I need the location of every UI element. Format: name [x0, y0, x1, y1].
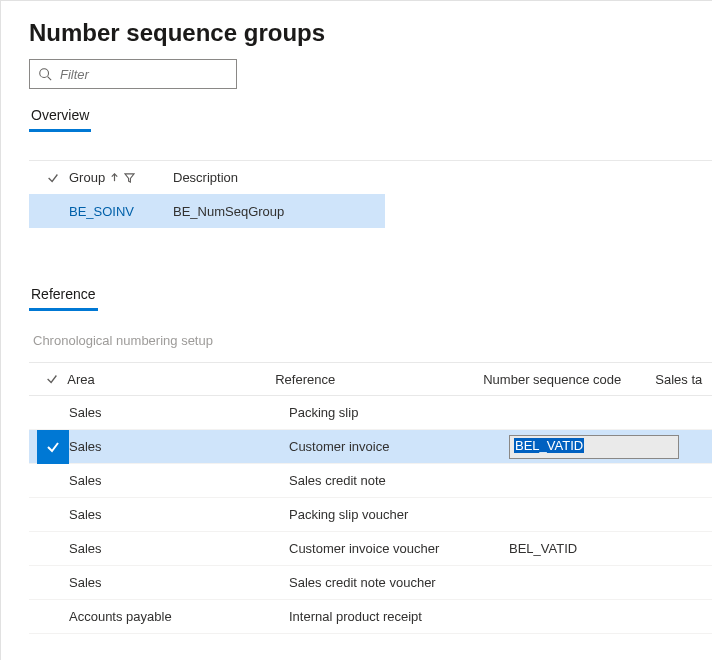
cell-area: Sales — [69, 473, 289, 488]
column-header-number-sequence-code[interactable]: Number sequence code — [483, 372, 655, 387]
column-header-reference[interactable]: Reference — [275, 372, 483, 387]
overview-row-group: BE_SOINV — [69, 204, 173, 219]
column-header-sales-tax[interactable]: Sales ta — [655, 372, 712, 387]
cell-reference: Sales credit note voucher — [289, 575, 509, 590]
cell-reference: Customer invoice voucher — [289, 541, 509, 556]
svg-line-1 — [48, 77, 52, 81]
page-root: Number sequence groups Overview Group — [0, 0, 712, 660]
filter-input[interactable] — [58, 66, 228, 83]
reference-select-all[interactable] — [37, 372, 67, 386]
cell-area: Sales — [69, 405, 289, 420]
reference-subsection-title: Chronological numbering setup — [33, 333, 712, 348]
cell-number-sequence-code: BEL_VATID — [509, 541, 691, 556]
table-row[interactable]: SalesPacking slip voucher — [29, 498, 712, 532]
table-row[interactable]: SalesSales credit note — [29, 464, 712, 498]
cell-reference: Internal product receipt — [289, 609, 509, 624]
cell-area: Sales — [69, 439, 289, 454]
tab-overview[interactable]: Overview — [29, 103, 91, 132]
column-header-area[interactable]: Area — [67, 372, 275, 387]
table-row[interactable]: SalesCustomer invoiceBEL_VATID — [29, 430, 712, 464]
overview-row-description: BE_NumSeqGroup — [173, 204, 284, 219]
table-row[interactable]: SalesCustomer invoice voucherBEL_VATID — [29, 532, 712, 566]
cell-reference: Customer invoice — [289, 439, 509, 454]
cell-reference: Packing slip voucher — [289, 507, 509, 522]
cell-area: Sales — [69, 507, 289, 522]
svg-point-0 — [40, 69, 49, 78]
cell-reference: Sales credit note — [289, 473, 509, 488]
column-header-group-label: Group — [69, 170, 105, 185]
column-header-description-label: Description — [173, 170, 238, 185]
tab-reference[interactable]: Reference — [29, 282, 98, 311]
reference-rows-container: SalesPacking slipSalesCustomer invoiceBE… — [29, 396, 712, 634]
svg-marker-3 — [125, 174, 134, 182]
reference-grid-header: Area Reference Number sequence code Sale… — [29, 362, 712, 396]
overview-grid-header: Group Description — [29, 160, 712, 194]
filter-icon[interactable] — [124, 172, 135, 183]
row-checkbox[interactable] — [37, 430, 69, 464]
page-title: Number sequence groups — [29, 19, 712, 47]
search-icon — [38, 67, 52, 81]
column-header-description[interactable]: Description — [173, 170, 373, 185]
cell-area: Accounts payable — [69, 609, 289, 624]
table-row[interactable]: SalesPacking slip — [29, 396, 712, 430]
cell-number-sequence-code[interactable]: BEL_VATID — [509, 435, 691, 459]
filter-box[interactable] — [29, 59, 237, 89]
number-sequence-code-input[interactable]: BEL_VATID — [509, 435, 679, 459]
table-row[interactable]: SalesSales credit note voucher — [29, 566, 712, 600]
overview-row[interactable]: BE_SOINV BE_NumSeqGroup — [29, 194, 385, 228]
cell-reference: Packing slip — [289, 405, 509, 420]
select-all-checkbox[interactable] — [37, 171, 69, 185]
column-header-group[interactable]: Group — [69, 170, 173, 185]
sort-asc-icon — [109, 172, 120, 183]
cell-area: Sales — [69, 575, 289, 590]
table-row[interactable]: Accounts payableInternal product receipt — [29, 600, 712, 634]
cell-area: Sales — [69, 541, 289, 556]
